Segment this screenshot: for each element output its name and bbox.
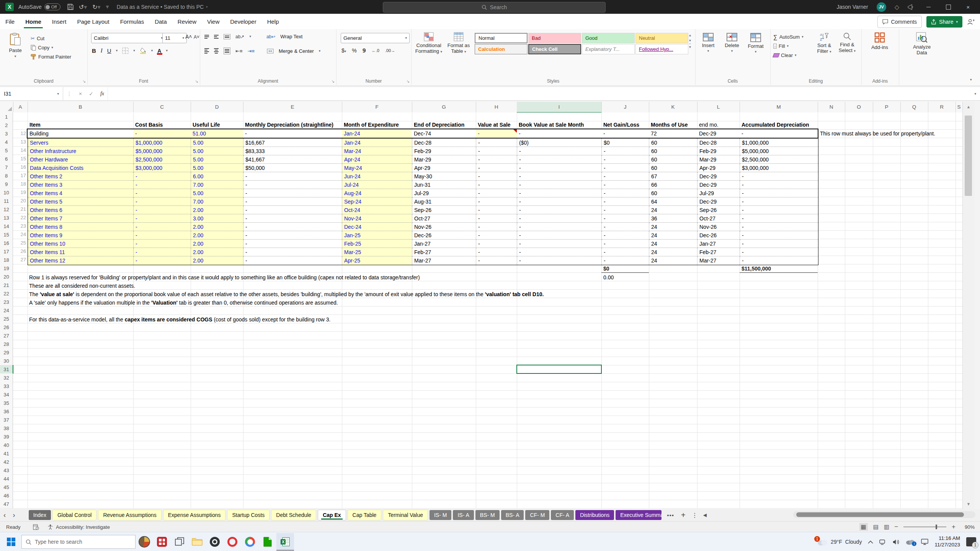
macro-record-icon[interactable] (33, 524, 39, 530)
row-header-9[interactable]: 9 (0, 180, 13, 189)
column-header-E[interactable]: E (243, 102, 342, 112)
table-header-useful-life[interactable]: Useful Life (191, 121, 243, 129)
obs-icon[interactable] (206, 533, 224, 551)
save-icon[interactable] (67, 4, 74, 10)
page-layout-view-icon[interactable]: ▤ (873, 523, 879, 530)
cell-H10[interactable]: - (476, 189, 517, 197)
column-header-L[interactable]: L (697, 102, 740, 112)
column-header-O[interactable]: O (845, 102, 873, 112)
cell-G17[interactable]: Feb-27 (412, 248, 476, 256)
menu-tab-file[interactable]: File (0, 14, 20, 29)
cell-I8[interactable]: - (517, 172, 602, 181)
cell-D6[interactable]: 5.00 (191, 155, 243, 164)
sheet-tab-is-m[interactable]: IS- M (430, 510, 451, 520)
row-header-10[interactable]: 10 (0, 188, 13, 197)
a-col-label-14[interactable]: 14 (13, 146, 27, 155)
cell-F16[interactable]: Feb-25 (342, 240, 412, 248)
column-header-M[interactable]: M (740, 102, 818, 112)
cell-L5[interactable]: Feb-29 (697, 147, 740, 155)
cell-H12[interactable]: - (476, 206, 517, 214)
row-header-44[interactable]: 44 (0, 474, 13, 483)
cell-E12[interactable]: - (243, 206, 342, 214)
zoom-in-icon[interactable]: + (952, 523, 956, 531)
net-gain-check-value[interactable]: 0.00 (603, 274, 614, 280)
cell-style-bad[interactable]: Bad (528, 33, 581, 43)
share-button[interactable]: Share▾ (926, 16, 962, 28)
column-header-Q[interactable]: Q (900, 102, 928, 112)
avatar[interactable]: JV (877, 2, 886, 12)
row-header-42[interactable]: 42 (0, 458, 13, 466)
menu-tab-formulas[interactable]: Formulas (115, 14, 150, 29)
libreoffice-icon[interactable] (259, 533, 276, 551)
table-header-end-mo-[interactable]: end mo. (697, 121, 740, 129)
cell-M13[interactable]: - (740, 214, 818, 223)
cell-B17[interactable]: Other Items 11 (28, 248, 134, 256)
cell-H7[interactable]: - (476, 164, 517, 172)
cell-H13[interactable]: - (476, 214, 517, 223)
a-col-label-25[interactable]: 25 (13, 239, 27, 247)
cell-D3[interactable]: 51.00 (191, 129, 243, 138)
row-header-40[interactable]: 40 (0, 441, 13, 450)
cell-D11[interactable]: 7.00 (191, 197, 243, 206)
column-header-C[interactable]: C (133, 102, 191, 112)
cell-E4[interactable]: $16,667 (243, 139, 342, 147)
cell-M4[interactable]: $1,000,000 (740, 139, 818, 147)
cell-D10[interactable]: 5.00 (191, 189, 243, 197)
column-header-A[interactable]: A (13, 102, 28, 112)
sheet-options-icon[interactable]: ⋮ (692, 512, 698, 519)
a-col-label-27[interactable]: 27 (13, 256, 27, 264)
cell-L4[interactable]: Dec-28 (697, 139, 740, 147)
cell-L11[interactable]: Dec-29 (697, 197, 740, 206)
cell-I17[interactable]: - (517, 248, 602, 256)
analyze-data-button[interactable]: AnalyzeData (906, 32, 937, 56)
cell-G6[interactable]: Mar-29 (412, 155, 476, 164)
format-as-table-button[interactable]: Format asTable ▾ (445, 32, 472, 54)
font-dialog-launcher[interactable]: ↘ (195, 79, 198, 83)
cell-M6[interactable]: $2,500,000 (740, 155, 818, 164)
decrease-decimal-button[interactable]: .00→ (385, 48, 395, 53)
sheet-tab-index[interactable]: Index (29, 510, 51, 520)
cell-M12[interactable]: - (740, 206, 818, 214)
cell-I11[interactable]: - (517, 197, 602, 206)
sheet-tab-expense-assumptions[interactable]: Expense Assumptions (163, 510, 226, 520)
cell-D8[interactable]: 6.00 (191, 172, 243, 181)
cast-device-icon[interactable] (879, 539, 887, 545)
cell-K18[interactable]: 24 (649, 256, 697, 265)
row-header-36[interactable]: 36 (0, 407, 13, 416)
cell-M5[interactable]: $5,000,000 (740, 147, 818, 155)
insert-cells-button[interactable]: Insert▾ (697, 29, 720, 53)
cell-C8[interactable]: - (134, 172, 191, 181)
cell-B5[interactable]: Other Infrastructure (28, 147, 134, 155)
maximize-button[interactable] (942, 5, 954, 10)
chrome-icon[interactable] (241, 533, 259, 551)
zoom-out-icon[interactable]: − (894, 523, 898, 531)
cell-E6[interactable]: $41,667 (243, 155, 342, 164)
column-header-S[interactable]: S (956, 102, 963, 112)
italic-button[interactable]: I (101, 47, 103, 54)
zoom-slider[interactable] (903, 527, 946, 527)
cell-C6[interactable]: $2,500,000 (134, 155, 191, 164)
zoom-knob[interactable] (936, 525, 937, 529)
row-header-4[interactable]: 4 (0, 138, 13, 147)
cell-L14[interactable]: Nov-26 (697, 223, 740, 231)
cell-K3[interactable]: 72 (649, 129, 697, 138)
a-col-label-20[interactable]: 20 (13, 197, 27, 205)
row-header-22[interactable]: 22 (0, 289, 13, 298)
column-header-K[interactable]: K (649, 102, 697, 112)
clipboard-dialog-launcher[interactable]: ↘ (83, 79, 86, 83)
cell-K9[interactable]: 66 (649, 181, 697, 189)
scroll-down-arrow[interactable]: ▼ (963, 499, 974, 509)
cell-G10[interactable]: Jul-29 (412, 189, 476, 197)
a-col-label-13[interactable]: 13 (13, 138, 27, 146)
cell-J10[interactable]: - (602, 189, 649, 197)
font-size-select[interactable]: 11▾ (162, 33, 187, 43)
cell-H14[interactable]: - (476, 223, 517, 231)
cell-E7[interactable]: $50,000 (243, 164, 342, 172)
row-header-30[interactable]: 30 (0, 357, 13, 365)
cell-J17[interactable]: - (602, 248, 649, 256)
align-right-icon[interactable] (224, 47, 230, 54)
menu-tab-data[interactable]: Data (149, 14, 172, 29)
sheet-tab-startup-costs[interactable]: Startup Costs (227, 510, 270, 520)
wrap-text-button[interactable]: Wrap Text (280, 34, 302, 39)
row-header-46[interactable]: 46 (0, 491, 13, 500)
